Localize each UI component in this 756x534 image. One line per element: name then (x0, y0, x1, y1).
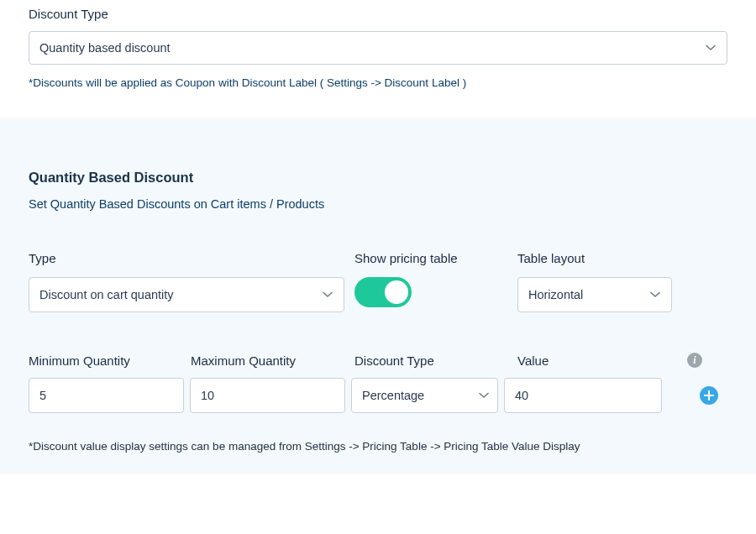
discount-type-select[interactable]: Quantity based discount (29, 31, 727, 65)
max-quantity-label: Maximum Quantity (191, 353, 354, 368)
table-layout-selected: Horizontal (528, 288, 583, 301)
show-pricing-table-toggle[interactable] (354, 277, 412, 307)
qbd-title: Quantity Based Discount (29, 170, 727, 186)
min-quantity-label: Minimum Quantity (29, 353, 191, 368)
value-label: Value (517, 353, 635, 368)
discount-type-selected: Quantity based discount (39, 41, 171, 55)
svg-rect-2 (704, 395, 714, 396)
type-select[interactable]: Discount on cart quantity (29, 277, 344, 312)
toggle-knob (385, 280, 408, 304)
qbd-footnote: *Discount value display settings can be … (29, 440, 727, 453)
type-label: Type (29, 251, 354, 265)
qbd-description: Set Quantity Based Discounts on Cart ite… (29, 197, 727, 211)
table-layout-label: Table layout (517, 251, 673, 265)
add-row-button[interactable] (700, 386, 718, 405)
show-pricing-table-label: Show pricing table (354, 251, 517, 265)
max-quantity-input[interactable] (190, 378, 345, 413)
info-icon[interactable]: i (687, 353, 702, 368)
discount-type-helper: *Discounts will be applied as Coupon wit… (29, 76, 727, 89)
row-discount-type-selected: Percentage (362, 389, 424, 402)
row-discount-type-select[interactable]: Percentage (351, 378, 498, 413)
type-selected: Discount on cart quantity (39, 288, 174, 301)
discount-type-col-label: Discount Type (354, 353, 517, 368)
min-quantity-input[interactable] (29, 378, 184, 413)
table-layout-select[interactable]: Horizontal (517, 277, 672, 312)
discount-type-label: Discount Type (29, 7, 727, 21)
value-input[interactable] (504, 378, 662, 413)
